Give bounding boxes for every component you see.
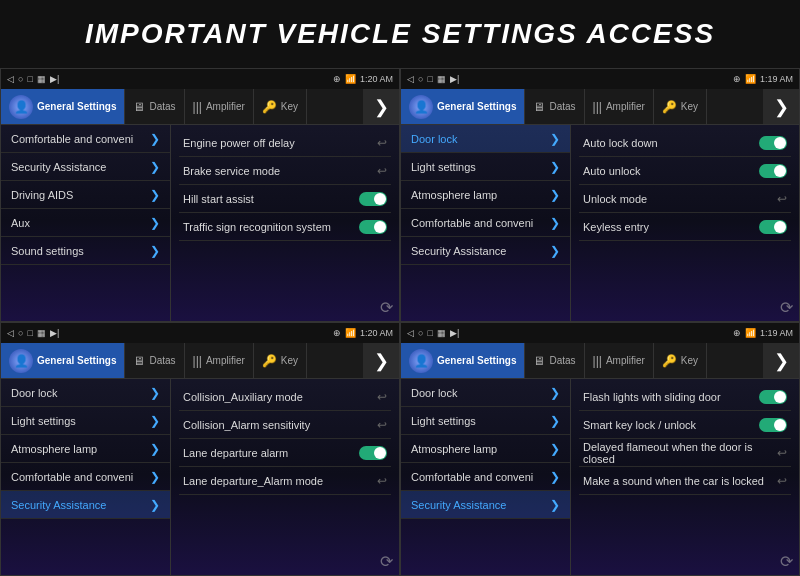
menu-item-4[interactable]: Security Assistance❯	[401, 237, 570, 265]
status-left: ◁ ○ □ ▦ ▶|	[7, 74, 59, 84]
tab-general[interactable]: 👤General Settings	[1, 343, 125, 378]
back-icon[interactable]: ◁	[7, 74, 14, 84]
home-icon[interactable]: ○	[18, 328, 23, 338]
chevron-icon: ❯	[550, 414, 560, 428]
right-col: Engine power off delay↩Brake service mod…	[171, 125, 399, 321]
tab-general[interactable]: 👤General Settings	[401, 89, 525, 124]
right-item-label: Flash lights with sliding door	[583, 391, 759, 403]
panel-3: ◁ ○ □ ▦ ▶| ⊕ 📶 1:19 AM 👤General Settings…	[400, 322, 800, 576]
status-bar: ◁ ○ □ ▦ ▶| ⊕ 📶 1:20 AM	[1, 323, 399, 343]
tab-amplifier[interactable]: |||Amplifier	[585, 89, 654, 124]
menu-item-4[interactable]: Security Assistance❯	[1, 491, 170, 519]
home-icon[interactable]: ○	[18, 74, 23, 84]
tab-datas[interactable]: 🖥Datas	[525, 343, 584, 378]
tab-amplifier[interactable]: |||Amplifier	[185, 343, 254, 378]
back-icon[interactable]: ◁	[407, 74, 414, 84]
nav-next-arrow[interactable]: ❯	[763, 89, 799, 124]
menu-item-4[interactable]: Security Assistance❯	[401, 491, 570, 519]
toggle-switch[interactable]	[759, 220, 787, 234]
menu-icon[interactable]: ▦	[437, 328, 446, 338]
nav-bar: 👤General Settings🖥Datas|||Amplifier🔑Key❯	[1, 89, 399, 125]
menu-item-2[interactable]: Atmosphere lamp❯	[401, 435, 570, 463]
menu-item-2[interactable]: Driving AIDS❯	[1, 181, 170, 209]
tab-amplifier[interactable]: |||Amplifier	[185, 89, 254, 124]
recent-icon[interactable]: □	[27, 328, 32, 338]
menu-item-3[interactable]: Aux❯	[1, 209, 170, 237]
toggle-switch[interactable]	[359, 192, 387, 206]
menu-item-3[interactable]: Comfortable and conveni❯	[401, 463, 570, 491]
chevron-icon: ❯	[550, 188, 560, 202]
recent-icon[interactable]: □	[427, 328, 432, 338]
right-item-label: Make a sound when the car is locked	[583, 475, 777, 487]
menu-item-1[interactable]: Light settings❯	[401, 407, 570, 435]
menu-item-1[interactable]: Security Assistance❯	[1, 153, 170, 181]
tab-datas[interactable]: 🖥Datas	[525, 89, 584, 124]
chevron-icon: ❯	[550, 244, 560, 258]
menu-item-0[interactable]: Door lock❯	[401, 125, 570, 153]
menu-item-label: Comfortable and conveni	[11, 471, 133, 483]
menu-item-label: Light settings	[411, 161, 476, 173]
left-menu: Door lock❯Light settings❯Atmosphere lamp…	[401, 125, 571, 321]
right-item-3: Lane departure_Alarm mode↩	[179, 467, 391, 495]
gps-icon: ⊕	[333, 328, 341, 338]
right-item-1: Smart key lock / unlock	[579, 411, 791, 439]
tab-key[interactable]: 🔑Key	[654, 89, 707, 124]
amplifier-icon: |||	[193, 354, 202, 368]
right-item-label: Brake service mode	[183, 165, 377, 177]
tab-general[interactable]: 👤General Settings	[1, 89, 125, 124]
menu-item-label: Security Assistance	[11, 499, 106, 511]
home-icon[interactable]: ○	[418, 328, 423, 338]
right-item-0: Flash lights with sliding door	[579, 383, 791, 411]
menu-item-3[interactable]: Comfortable and conveni❯	[1, 463, 170, 491]
toggle-switch[interactable]	[359, 446, 387, 460]
menu-icon[interactable]: ▦	[37, 74, 46, 84]
menu-item-3[interactable]: Comfortable and conveni❯	[401, 209, 570, 237]
tab-key[interactable]: 🔑Key	[254, 343, 307, 378]
gps-icon: ⊕	[733, 328, 741, 338]
tab-general[interactable]: 👤General Settings	[401, 343, 525, 378]
chevron-icon: ❯	[150, 160, 160, 174]
toggle-switch[interactable]	[759, 390, 787, 404]
right-item-label: Lane departure alarm	[183, 447, 359, 459]
avatar: 👤	[409, 95, 433, 119]
tab-datas[interactable]: 🖥Datas	[125, 89, 184, 124]
media-icon: ▶|	[450, 74, 459, 84]
key-icon: 🔑	[662, 100, 677, 114]
menu-item-1[interactable]: Light settings❯	[1, 407, 170, 435]
tab-amplifier[interactable]: |||Amplifier	[585, 343, 654, 378]
menu-item-0[interactable]: Comfortable and conveni❯	[1, 125, 170, 153]
menu-icon[interactable]: ▦	[37, 328, 46, 338]
back-icon[interactable]: ◁	[7, 328, 14, 338]
left-menu: Door lock❯Light settings❯Atmosphere lamp…	[1, 379, 171, 575]
menu-item-4[interactable]: Sound settings❯	[1, 237, 170, 265]
main-title: IMPORTANT VEHICLE SETTINGS ACCESS	[85, 18, 715, 50]
menu-item-0[interactable]: Door lock❯	[401, 379, 570, 407]
menu-item-2[interactable]: Atmosphere lamp❯	[1, 435, 170, 463]
tab-key[interactable]: 🔑Key	[254, 89, 307, 124]
menu-item-1[interactable]: Light settings❯	[401, 153, 570, 181]
time-display: 1:20 AM	[360, 328, 393, 338]
chevron-icon: ❯	[150, 414, 160, 428]
right-item-1: Collision_Alarm sensitivity↩	[179, 411, 391, 439]
home-icon[interactable]: ○	[418, 74, 423, 84]
toggle-switch[interactable]	[359, 220, 387, 234]
toggle-switch[interactable]	[759, 136, 787, 150]
chevron-icon: ❯	[150, 470, 160, 484]
recent-icon[interactable]: □	[27, 74, 32, 84]
nav-next-arrow[interactable]: ❯	[363, 89, 399, 124]
toggle-switch[interactable]	[759, 164, 787, 178]
menu-item-0[interactable]: Door lock❯	[1, 379, 170, 407]
right-item-label: Hill start assist	[183, 193, 359, 205]
right-col: Auto lock downAuto unlockUnlock mode↩Key…	[571, 125, 799, 321]
tab-datas[interactable]: 🖥Datas	[125, 343, 184, 378]
back-icon[interactable]: ◁	[407, 328, 414, 338]
toggle-switch[interactable]	[759, 418, 787, 432]
menu-item-2[interactable]: Atmosphere lamp❯	[401, 181, 570, 209]
tab-key[interactable]: 🔑Key	[654, 343, 707, 378]
menu-item-label: Security Assistance	[11, 161, 106, 173]
recent-icon[interactable]: □	[427, 74, 432, 84]
menu-icon[interactable]: ▦	[437, 74, 446, 84]
nav-next-arrow[interactable]: ❯	[763, 343, 799, 378]
nav-next-arrow[interactable]: ❯	[363, 343, 399, 378]
gps-icon: ⊕	[733, 74, 741, 84]
